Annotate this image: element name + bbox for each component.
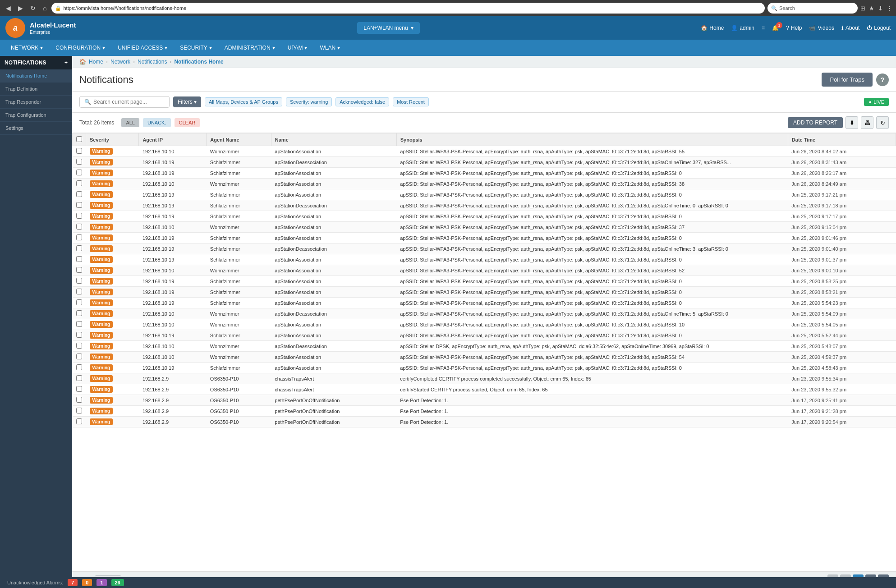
row-select-checkbox[interactable] — [76, 364, 82, 370]
breadcrumb-notifications[interactable]: Notifications — [138, 59, 167, 65]
row-select-checkbox[interactable] — [76, 256, 82, 262]
sidebar-item-trap-configuration[interactable]: Trap Configuration — [0, 109, 72, 122]
back-button[interactable]: ◀ — [4, 4, 13, 13]
sidebar-item-settings[interactable]: Settings — [0, 122, 72, 135]
filter-tag-recent[interactable]: Most Recent — [393, 97, 429, 106]
row-select-checkbox[interactable] — [76, 299, 82, 305]
col-agent-ip[interactable]: Agent IP — [139, 133, 207, 146]
table-row[interactable]: Warning 192.168.10.19 Schlafzimmer apSta… — [73, 233, 896, 243]
row-select-checkbox[interactable] — [76, 321, 82, 327]
browser-search-box[interactable]: 🔍 Search — [767, 3, 858, 14]
row-select-checkbox[interactable] — [76, 170, 82, 175]
col-name[interactable]: Name — [271, 133, 396, 146]
table-row[interactable]: Warning 192.168.10.19 Schlafzimmer apSta… — [73, 157, 896, 168]
table-row[interactable]: Warning 192.168.10.19 Schlafzimmer apSta… — [73, 168, 896, 179]
row-select-checkbox[interactable] — [76, 332, 82, 338]
menu-administration[interactable]: ADMINISTRATION ▾ — [219, 42, 280, 54]
table-row[interactable]: Warning 192.168.2.9 OS6350-P10 pethPsePo… — [73, 417, 896, 427]
sidebar-item-trap-responder[interactable]: Trap Responder — [0, 96, 72, 109]
sidebar-item-trap-definition[interactable]: Trap Definition — [0, 83, 72, 96]
table-row[interactable]: Warning 192.168.10.10 Wohnzimmer apStati… — [73, 308, 896, 319]
row-select-checkbox[interactable] — [76, 278, 82, 284]
print-button[interactable]: 🖶 — [861, 116, 873, 129]
row-select-checkbox[interactable] — [76, 180, 82, 186]
filter-tag-acknowledged[interactable]: Acknowledged: false — [335, 97, 389, 106]
row-select-checkbox[interactable] — [76, 375, 82, 381]
logout-link[interactable]: ⏻ Logout — [867, 25, 891, 31]
all-button[interactable]: ALL — [121, 118, 139, 127]
menu-unified-access[interactable]: UNIFIED ACCESS ▾ — [112, 42, 173, 54]
row-select-checkbox[interactable] — [76, 418, 82, 424]
refresh-table-button[interactable]: ↻ — [876, 116, 889, 129]
row-select-checkbox[interactable] — [76, 191, 82, 197]
col-synopsis[interactable]: Synopsis — [396, 133, 788, 146]
table-row[interactable]: Warning 192.168.10.10 Wohnzimmer apStati… — [73, 222, 896, 233]
menu-security[interactable]: SECURITY ▾ — [175, 42, 217, 54]
table-row[interactable]: Warning 192.168.10.19 Schlafzimmer apSta… — [73, 298, 896, 308]
table-row[interactable]: Warning 192.168.10.19 Schlafzimmer apSta… — [73, 330, 896, 341]
table-row[interactable]: Warning 192.168.2.9 OS6350-P10 chassisTr… — [73, 373, 896, 384]
row-select-checkbox[interactable] — [76, 289, 82, 294]
row-select-checkbox[interactable] — [76, 310, 82, 316]
row-select-checkbox[interactable] — [76, 386, 82, 392]
row-select-checkbox[interactable] — [76, 408, 82, 413]
search-input[interactable] — [93, 99, 165, 105]
table-row[interactable]: Warning 192.168.10.19 Schlafzimmer apSta… — [73, 276, 896, 287]
table-row[interactable]: Warning 192.168.10.19 Schlafzimmer apSta… — [73, 243, 896, 254]
row-select-checkbox[interactable] — [76, 397, 82, 403]
table-row[interactable]: Warning 192.168.10.19 Schlafzimmer apSta… — [73, 189, 896, 200]
menu-link[interactable]: ≡ — [762, 25, 765, 31]
menu-configuration[interactable]: CONFIGURATION ▾ — [50, 42, 110, 54]
bell-link[interactable]: 🔔 1 — [772, 25, 779, 31]
table-row[interactable]: Warning 192.168.10.19 Schlafzimmer apSta… — [73, 211, 896, 222]
table-row[interactable]: Warning 192.168.2.9 OS6350-P10 chassisTr… — [73, 384, 896, 395]
add-to-report-button[interactable]: ADD TO REPORT — [788, 117, 843, 128]
table-row[interactable]: Warning 192.168.2.9 OS6350-P10 pethPsePo… — [73, 406, 896, 417]
filters-button[interactable]: Filters ▾ — [173, 96, 201, 107]
col-severity[interactable]: Severity — [86, 133, 139, 146]
col-date-time[interactable]: Date Time — [788, 133, 896, 146]
breadcrumb-home[interactable]: Home — [89, 59, 103, 65]
breadcrumb-network[interactable]: Network — [110, 59, 130, 65]
row-select-checkbox[interactable] — [76, 202, 82, 208]
col-agent-name[interactable]: Agent Name — [207, 133, 271, 146]
table-row[interactable]: Warning 192.168.10.10 Wohnzimmer apStati… — [73, 146, 896, 157]
clear-button[interactable]: CLEAR — [175, 118, 200, 127]
about-link[interactable]: ℹ About — [841, 25, 859, 31]
sidebar-item-notifications-home[interactable]: Notifications Home — [0, 69, 72, 83]
row-select-checkbox[interactable] — [76, 213, 82, 219]
refresh-button[interactable]: ↻ — [28, 4, 38, 13]
help-link[interactable]: ? Help — [786, 25, 802, 31]
select-all-checkbox[interactable] — [76, 136, 82, 142]
row-select-checkbox[interactable] — [76, 159, 82, 165]
videos-link[interactable]: 📹 Videos — [809, 25, 834, 31]
table-row[interactable]: Warning 192.168.10.10 Wohnzimmer apStati… — [73, 352, 896, 363]
menu-wlan[interactable]: WLAN ▾ — [314, 42, 345, 54]
menu-network[interactable]: NETWORK ▾ — [5, 42, 48, 54]
menu-upam[interactable]: UPAM ▾ — [282, 42, 313, 54]
home-link[interactable]: 🏠 Home — [701, 25, 724, 31]
row-select-checkbox[interactable] — [76, 267, 82, 273]
unack-button[interactable]: UNACK. — [143, 118, 171, 127]
row-select-checkbox[interactable] — [76, 224, 82, 230]
table-row[interactable]: Warning 192.168.10.19 Schlafzimmer apSta… — [73, 200, 896, 211]
admin-link[interactable]: 👤 admin — [731, 25, 754, 31]
lan-wlan-button[interactable]: LAN+WLAN menu ▾ — [357, 22, 419, 34]
filter-tag-severity[interactable]: Severity: warning — [286, 97, 332, 106]
filter-tag-maps[interactable]: All Maps, Devices & AP Groups — [205, 97, 282, 106]
table-row[interactable]: Warning 192.168.10.10 Wohnzimmer apStati… — [73, 179, 896, 189]
home-button[interactable]: ⌂ — [41, 4, 49, 13]
table-row[interactable]: Warning 192.168.10.10 Wohnzimmer apStati… — [73, 341, 896, 352]
table-row[interactable]: Warning 192.168.10.10 Wohnzimmer apStati… — [73, 319, 896, 330]
table-row[interactable]: Warning 192.168.10.19 Schlafzimmer apSta… — [73, 287, 896, 298]
table-row[interactable]: Warning 192.168.10.10 Wohnzimmer apStati… — [73, 265, 896, 276]
download-button[interactable]: ⬇ — [845, 116, 858, 129]
poll-for-traps-button[interactable]: Poll for Traps — [822, 73, 873, 87]
help-button[interactable]: ? — [876, 74, 889, 86]
row-select-checkbox[interactable] — [76, 148, 82, 154]
table-row[interactable]: Warning 192.168.10.19 Schlafzimmer apSta… — [73, 363, 896, 373]
row-select-checkbox[interactable] — [76, 245, 82, 251]
table-row[interactable]: Warning 192.168.2.9 OS6350-P10 pethPsePo… — [73, 395, 896, 406]
row-select-checkbox[interactable] — [76, 234, 82, 240]
row-select-checkbox[interactable] — [76, 343, 82, 349]
